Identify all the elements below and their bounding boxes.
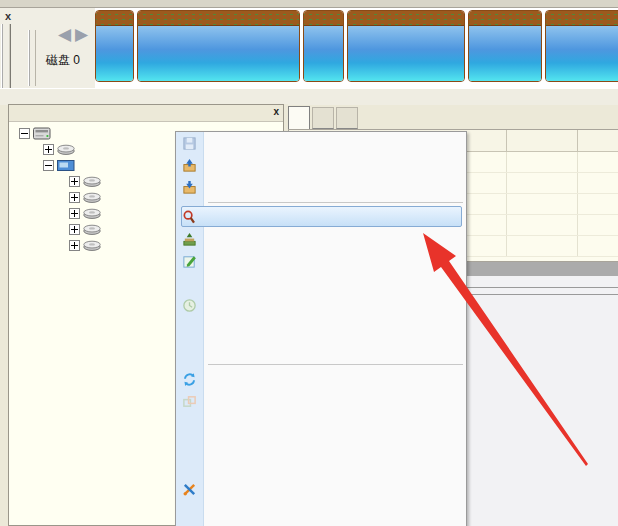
menu-item	[176, 294, 466, 316]
filesystem-cell	[507, 236, 578, 256]
partition-id-cell	[578, 152, 618, 172]
expand-plus-icon[interactable]	[69, 208, 80, 219]
menu-item[interactable]	[176, 154, 466, 176]
partition-blocks-bar	[95, 8, 618, 88]
menu-item	[176, 132, 466, 154]
edit-icon	[181, 253, 197, 269]
menu-item[interactable]	[176, 176, 466, 198]
filesystem-cell	[507, 152, 578, 172]
partition-e[interactable]	[347, 10, 465, 82]
harddisk-icon	[33, 127, 51, 140]
partition-g[interactable]	[468, 10, 542, 82]
menu-item[interactable]	[176, 272, 466, 294]
menu-item[interactable]	[176, 478, 466, 500]
block-cap	[546, 11, 618, 26]
disk-overview-toolbar: x ◀▶ 磁盘 0	[0, 8, 618, 88]
partition-id-cell	[578, 215, 618, 235]
expand-plus-icon[interactable]	[69, 240, 80, 251]
prev-disk-arrow-icon[interactable]: ◀	[58, 25, 75, 44]
disk-info-bar	[0, 88, 618, 105]
block-cap	[348, 11, 464, 26]
tab-partition-params[interactable]	[288, 106, 310, 129]
filesystem-cell	[507, 215, 578, 235]
collapse-minus-icon[interactable]	[19, 128, 30, 139]
restore-icon	[181, 179, 197, 195]
menu-separator	[176, 360, 466, 368]
disk-nav-arrows: ◀▶	[58, 24, 92, 45]
disk-icon	[83, 176, 101, 187]
menu-item[interactable]	[176, 338, 466, 360]
tree-close-icon[interactable]: x	[273, 106, 279, 117]
toolbar-grip[interactable]	[28, 30, 36, 86]
next-disk-arrow-icon[interactable]: ▶	[75, 25, 92, 44]
menu-highlight	[181, 206, 462, 227]
window-top-strip	[0, 0, 618, 8]
backup-icon	[181, 157, 197, 173]
partition-c-clipped[interactable]	[95, 10, 134, 82]
tab-sector-edit[interactable]	[336, 107, 358, 129]
expand-plus-icon[interactable]	[69, 176, 80, 187]
diskgenius-window: x ◀▶ 磁盘 0 x	[0, 0, 618, 526]
block-cap	[138, 11, 299, 26]
partition-d[interactable]	[137, 10, 300, 82]
tools-icon	[181, 481, 197, 497]
convert-mbr-icon	[181, 393, 197, 409]
clock-icon	[181, 297, 197, 313]
disk-icon	[83, 192, 101, 203]
tree-panel-header: x	[9, 105, 283, 122]
dock-grip[interactable]	[1, 24, 11, 88]
save-icon	[181, 135, 197, 151]
file-recovery-icon	[181, 231, 197, 247]
menu-item	[176, 500, 466, 522]
table-column-header[interactable]	[507, 130, 578, 151]
block-cap	[96, 11, 133, 26]
partition-id-cell	[578, 173, 618, 193]
detail-tabs	[288, 106, 618, 129]
filesystem-cell	[507, 194, 578, 214]
search-icon	[181, 209, 197, 225]
disk-icon	[83, 208, 101, 219]
partition-logical-clipped[interactable]	[303, 10, 344, 82]
filesystem-cell	[507, 173, 578, 193]
table-column-header[interactable]	[578, 130, 618, 151]
menu-item	[176, 412, 466, 434]
menu-item[interactable]	[176, 228, 466, 250]
partition-id-cell	[578, 194, 618, 214]
menu-item[interactable]	[176, 368, 466, 390]
toolbar-close-icon[interactable]: x	[2, 10, 14, 22]
disk-number-label: 磁盘 0	[46, 52, 80, 69]
menu-item[interactable]	[176, 250, 466, 272]
partition-id-cell	[578, 236, 618, 256]
disk-context-menu	[175, 131, 467, 526]
menu-separator	[176, 198, 466, 206]
disk-icon	[83, 224, 101, 235]
block-cap	[304, 11, 343, 26]
partition-icon	[57, 159, 75, 172]
disk-icon	[57, 144, 75, 155]
menu-item[interactable]	[176, 434, 466, 456]
tab-browse-files[interactable]	[312, 107, 334, 129]
partition-clipped-right[interactable]	[545, 10, 618, 82]
block-cap	[469, 11, 541, 26]
expand-plus-icon[interactable]	[69, 224, 80, 235]
disk-icon	[83, 240, 101, 251]
expand-plus-icon[interactable]	[69, 192, 80, 203]
menu-item	[176, 390, 466, 412]
convert-guid-icon	[181, 371, 197, 387]
menu-item[interactable]	[176, 456, 466, 478]
menu-item[interactable]	[176, 206, 466, 228]
menu-item[interactable]	[176, 316, 466, 338]
expand-plus-icon[interactable]	[43, 144, 54, 155]
collapse-minus-icon[interactable]	[43, 160, 54, 171]
